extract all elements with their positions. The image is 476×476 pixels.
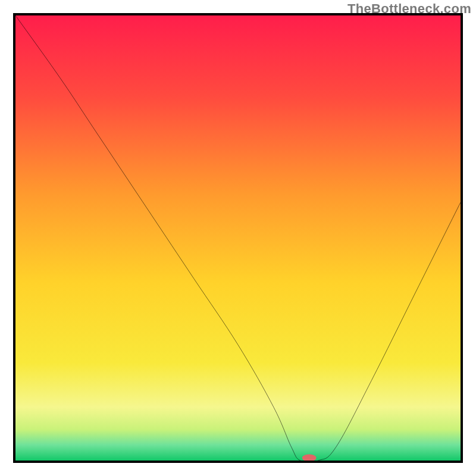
chart-stage: TheBottleneck.com bbox=[0, 0, 476, 476]
watermark-label: TheBottleneck.com bbox=[347, 1, 471, 17]
svg-point-1 bbox=[302, 455, 317, 461]
optimal-marker bbox=[15, 15, 461, 461]
plot-area bbox=[15, 15, 461, 461]
plot-frame bbox=[13, 13, 463, 463]
